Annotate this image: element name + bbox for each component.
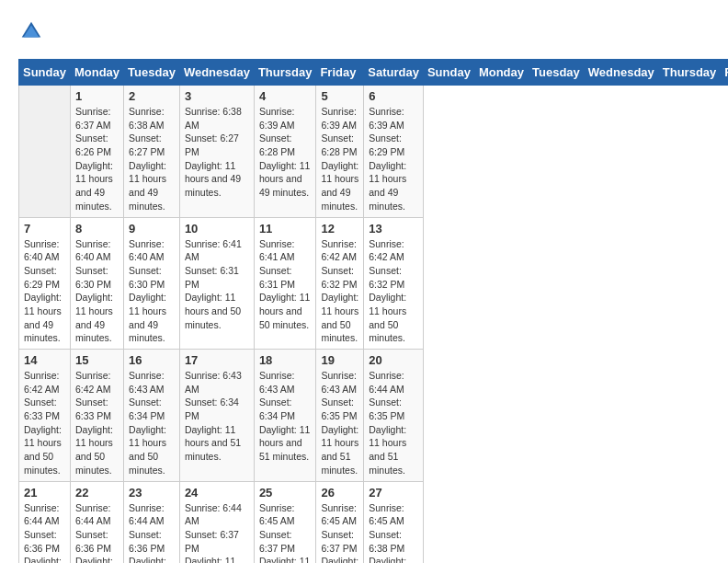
calendar-cell: 4Sunrise: 6:39 AMSunset: 6:28 PMDaylight… [254, 86, 316, 218]
day-info: Sunrise: 6:44 AMSunset: 6:36 PMDaylight:… [24, 501, 65, 564]
day-info: Sunrise: 6:43 AMSunset: 6:34 PMDaylight:… [185, 369, 249, 464]
day-info: Sunrise: 6:42 AMSunset: 6:33 PMDaylight:… [24, 369, 65, 477]
day-number: 13 [369, 222, 418, 236]
day-number: 8 [75, 222, 119, 236]
day-info: Sunrise: 6:44 AMSunset: 6:37 PMDaylight:… [185, 501, 249, 564]
day-info: Sunrise: 6:41 AMSunset: 6:31 PMDaylight:… [259, 237, 312, 332]
day-number: 7 [24, 222, 65, 236]
header-wednesday: Wednesday [179, 60, 254, 86]
calendar-cell: 12Sunrise: 6:42 AMSunset: 6:32 PMDayligh… [316, 217, 364, 350]
day-number: 26 [321, 486, 358, 500]
day-number: 25 [259, 486, 312, 500]
week-row-2: 7Sunrise: 6:40 AMSunset: 6:29 PMDaylight… [19, 217, 729, 350]
calendar-cell: 3Sunrise: 6:38 AMSunset: 6:27 PMDaylight… [179, 86, 254, 218]
calendar-cell: 17Sunrise: 6:43 AMSunset: 6:34 PMDayligh… [179, 350, 254, 482]
day-number: 5 [321, 89, 358, 103]
day-number: 3 [185, 89, 249, 103]
day-info: Sunrise: 6:42 AMSunset: 6:32 PMDaylight:… [369, 237, 418, 346]
calendar-cell: 9Sunrise: 6:40 AMSunset: 6:30 PMDaylight… [124, 217, 180, 350]
day-info: Sunrise: 6:41 AMSunset: 6:31 PMDaylight:… [185, 237, 249, 332]
day-number: 18 [259, 353, 312, 367]
day-number: 17 [185, 353, 249, 367]
header-sunday: Sunday [19, 60, 71, 86]
calendar-cell: 27Sunrise: 6:45 AMSunset: 6:38 PMDayligh… [364, 481, 424, 563]
calendar-cell: 25Sunrise: 6:45 AMSunset: 6:37 PMDayligh… [254, 481, 316, 563]
day-info: Sunrise: 6:44 AMSunset: 6:36 PMDaylight:… [75, 501, 119, 564]
day-number: 24 [185, 486, 249, 500]
week-row-3: 14Sunrise: 6:42 AMSunset: 6:33 PMDayligh… [19, 350, 729, 482]
col-header-sunday: Sunday [423, 60, 474, 86]
calendar-table: SundayMondayTuesdayWednesdayThursdayFrid… [18, 59, 728, 563]
logo [18, 18, 48, 44]
day-number: 12 [321, 222, 358, 236]
day-info: Sunrise: 6:37 AMSunset: 6:26 PMDaylight:… [75, 105, 119, 213]
calendar-cell: 10Sunrise: 6:41 AMSunset: 6:31 PMDayligh… [179, 217, 254, 350]
day-info: Sunrise: 6:45 AMSunset: 6:38 PMDaylight:… [369, 501, 418, 564]
day-info: Sunrise: 6:40 AMSunset: 6:30 PMDaylight:… [129, 237, 175, 346]
calendar-cell: 19Sunrise: 6:43 AMSunset: 6:35 PMDayligh… [316, 350, 364, 482]
day-number: 21 [24, 486, 65, 500]
col-header-wednesday: Wednesday [584, 60, 658, 86]
day-info: Sunrise: 6:40 AMSunset: 6:30 PMDaylight:… [75, 237, 119, 346]
col-header-thursday: Thursday [658, 60, 721, 86]
day-info: Sunrise: 6:39 AMSunset: 6:29 PMDaylight:… [369, 105, 418, 213]
calendar-cell: 13Sunrise: 6:42 AMSunset: 6:32 PMDayligh… [364, 217, 424, 350]
day-info: Sunrise: 6:39 AMSunset: 6:28 PMDaylight:… [321, 105, 358, 213]
calendar-cell: 20Sunrise: 6:44 AMSunset: 6:35 PMDayligh… [364, 350, 424, 482]
day-number: 14 [24, 353, 65, 367]
day-number: 10 [185, 222, 249, 236]
calendar-cell: 8Sunrise: 6:40 AMSunset: 6:30 PMDaylight… [70, 217, 123, 350]
day-info: Sunrise: 6:44 AMSunset: 6:35 PMDaylight:… [369, 369, 418, 477]
calendar-cell: 14Sunrise: 6:42 AMSunset: 6:33 PMDayligh… [19, 350, 71, 482]
day-number: 22 [75, 486, 119, 500]
day-number: 16 [129, 353, 175, 367]
day-number: 11 [259, 222, 312, 236]
day-number: 4 [259, 89, 312, 103]
calendar-cell: 7Sunrise: 6:40 AMSunset: 6:29 PMDaylight… [19, 217, 71, 350]
calendar-cell: 16Sunrise: 6:43 AMSunset: 6:34 PMDayligh… [124, 350, 180, 482]
day-info: Sunrise: 6:38 AMSunset: 6:27 PMDaylight:… [129, 105, 175, 213]
calendar-header-row: SundayMondayTuesdayWednesdayThursdayFrid… [19, 60, 729, 86]
day-info: Sunrise: 6:43 AMSunset: 6:34 PMDaylight:… [259, 369, 312, 464]
calendar-cell: 5Sunrise: 6:39 AMSunset: 6:28 PMDaylight… [316, 86, 364, 218]
calendar-cell: 21Sunrise: 6:44 AMSunset: 6:36 PMDayligh… [19, 481, 71, 563]
day-number: 20 [369, 353, 418, 367]
day-info: Sunrise: 6:38 AMSunset: 6:27 PMDaylight:… [185, 105, 249, 200]
week-row-4: 21Sunrise: 6:44 AMSunset: 6:36 PMDayligh… [19, 481, 729, 563]
col-header-tuesday: Tuesday [529, 60, 585, 86]
day-info: Sunrise: 6:43 AMSunset: 6:35 PMDaylight:… [321, 369, 358, 477]
calendar-cell [19, 86, 71, 218]
calendar-cell: 24Sunrise: 6:44 AMSunset: 6:37 PMDayligh… [179, 481, 254, 563]
day-info: Sunrise: 6:42 AMSunset: 6:33 PMDaylight:… [75, 369, 119, 477]
calendar-cell: 23Sunrise: 6:44 AMSunset: 6:36 PMDayligh… [124, 481, 180, 563]
day-number: 15 [75, 353, 119, 367]
header-monday: Monday [70, 60, 123, 86]
page-header [18, 18, 710, 44]
week-row-1: 1Sunrise: 6:37 AMSunset: 6:26 PMDaylight… [19, 86, 729, 218]
logo-icon [18, 18, 44, 44]
calendar-cell: 15Sunrise: 6:42 AMSunset: 6:33 PMDayligh… [70, 350, 123, 482]
col-header-monday: Monday [474, 60, 528, 86]
calendar-cell: 26Sunrise: 6:45 AMSunset: 6:37 PMDayligh… [316, 481, 364, 563]
header-tuesday: Tuesday [124, 60, 180, 86]
header-friday: Friday [316, 60, 364, 86]
day-number: 27 [369, 486, 418, 500]
day-info: Sunrise: 6:45 AMSunset: 6:37 PMDaylight:… [321, 501, 358, 564]
day-number: 2 [129, 89, 175, 103]
col-header-friday: Friday [721, 60, 728, 86]
day-number: 6 [369, 89, 418, 103]
day-info: Sunrise: 6:44 AMSunset: 6:36 PMDaylight:… [129, 501, 175, 564]
calendar-cell: 22Sunrise: 6:44 AMSunset: 6:36 PMDayligh… [70, 481, 123, 563]
day-number: 23 [129, 486, 175, 500]
calendar-cell: 11Sunrise: 6:41 AMSunset: 6:31 PMDayligh… [254, 217, 316, 350]
day-info: Sunrise: 6:40 AMSunset: 6:29 PMDaylight:… [24, 237, 65, 346]
day-info: Sunrise: 6:39 AMSunset: 6:28 PMDaylight:… [259, 105, 312, 200]
day-info: Sunrise: 6:45 AMSunset: 6:37 PMDaylight:… [259, 501, 312, 564]
header-saturday: Saturday [364, 60, 424, 86]
calendar-cell: 1Sunrise: 6:37 AMSunset: 6:26 PMDaylight… [70, 86, 123, 218]
calendar-cell: 6Sunrise: 6:39 AMSunset: 6:29 PMDaylight… [364, 86, 424, 218]
header-thursday: Thursday [254, 60, 316, 86]
day-info: Sunrise: 6:43 AMSunset: 6:34 PMDaylight:… [129, 369, 175, 477]
calendar-cell: 18Sunrise: 6:43 AMSunset: 6:34 PMDayligh… [254, 350, 316, 482]
calendar-cell: 2Sunrise: 6:38 AMSunset: 6:27 PMDaylight… [124, 86, 180, 218]
